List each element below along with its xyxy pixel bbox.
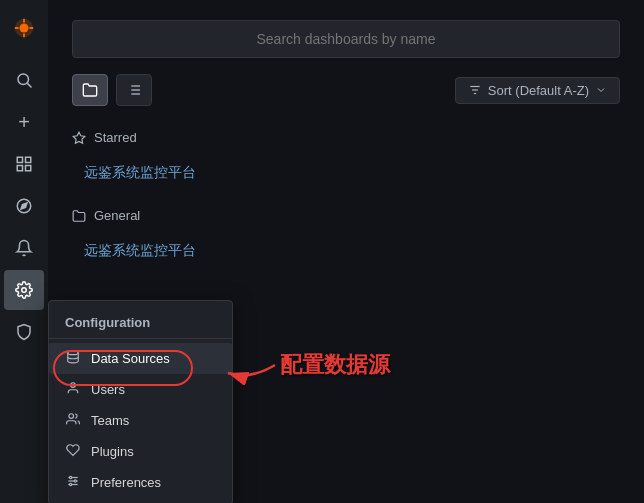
dashboard-icon[interactable] — [4, 144, 44, 184]
starred-header: Starred — [72, 126, 620, 149]
starred-section: Starred 远鉴系统监控平台 — [72, 126, 620, 188]
svg-point-2 — [18, 74, 29, 85]
svg-point-28 — [74, 480, 76, 482]
svg-point-1 — [19, 23, 28, 32]
config-menu-item-preferences-label: Preferences — [91, 475, 161, 490]
svg-point-23 — [69, 414, 74, 419]
users-icon — [65, 412, 81, 429]
search-icon[interactable] — [4, 60, 44, 100]
plugin-icon — [65, 443, 81, 460]
config-menu-item-teams[interactable]: Teams — [49, 405, 232, 436]
svg-point-27 — [70, 476, 72, 478]
sidebar: + — [0, 0, 48, 503]
svg-point-22 — [71, 383, 76, 388]
starred-item-0[interactable]: 远鉴系统监控平台 — [72, 157, 620, 188]
grafana-logo-icon[interactable] — [4, 8, 44, 48]
config-menu: Configuration Data Sources Users Teams P… — [48, 300, 233, 503]
add-icon[interactable]: + — [4, 102, 44, 142]
config-menu-item-plugins-label: Plugins — [91, 444, 134, 459]
svg-marker-9 — [21, 203, 27, 209]
explore-icon[interactable] — [4, 186, 44, 226]
svg-point-21 — [68, 351, 79, 355]
shield-icon[interactable] — [4, 312, 44, 352]
config-menu-item-datasources[interactable]: Data Sources — [49, 343, 232, 374]
general-header: General — [72, 204, 620, 227]
sort-button[interactable]: Sort (Default A-Z) — [455, 77, 620, 104]
configuration-icon[interactable] — [4, 270, 44, 310]
config-menu-header: Configuration — [49, 307, 232, 339]
config-menu-item-datasources-label: Data Sources — [91, 351, 170, 366]
general-item-0[interactable]: 远鉴系统监控平台 — [72, 235, 620, 266]
svg-marker-20 — [73, 132, 85, 143]
svg-point-29 — [70, 483, 72, 485]
svg-rect-7 — [26, 166, 31, 171]
sort-label: Sort (Default A-Z) — [488, 83, 589, 98]
list-view-button[interactable] — [116, 74, 152, 106]
preferences-icon — [65, 474, 81, 491]
user-icon — [65, 381, 81, 398]
svg-rect-4 — [17, 157, 22, 162]
database-icon — [65, 350, 81, 367]
starred-link-0[interactable]: 远鉴系统监控平台 — [84, 164, 196, 180]
general-link-0[interactable]: 远鉴系统监控平台 — [84, 242, 196, 258]
toolbar: Sort (Default A-Z) — [72, 74, 620, 106]
config-menu-item-teams-label: Teams — [91, 413, 129, 428]
config-menu-item-users-label: Users — [91, 382, 125, 397]
config-menu-item-users[interactable]: Users — [49, 374, 232, 405]
search-input[interactable] — [72, 20, 620, 58]
folder-view-button[interactable] — [72, 74, 108, 106]
annotation: 配置数据源 — [220, 345, 390, 385]
config-menu-item-preferences[interactable]: Preferences — [49, 467, 232, 498]
svg-rect-6 — [17, 166, 22, 171]
config-menu-item-plugins[interactable]: Plugins — [49, 436, 232, 467]
alerting-icon[interactable] — [4, 228, 44, 268]
starred-section-label: Starred — [94, 130, 137, 145]
svg-rect-5 — [26, 157, 31, 162]
svg-line-3 — [27, 83, 31, 87]
annotation-text: 配置数据源 — [280, 350, 390, 380]
general-section-label: General — [94, 208, 140, 223]
general-section: General 远鉴系统监控平台 — [72, 204, 620, 266]
svg-point-10 — [22, 288, 27, 293]
annotation-arrow-icon — [220, 345, 280, 385]
